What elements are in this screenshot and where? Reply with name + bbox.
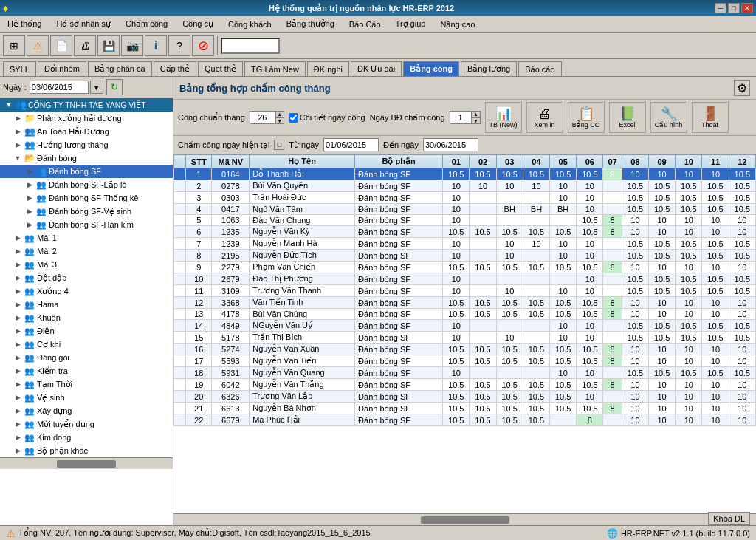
table-row[interactable]: 16 5274 Nguyễn Văn Xuân Đánh bóng SF 10.… bbox=[174, 344, 756, 355]
expand-dbsfvs[interactable]: ▶ bbox=[24, 208, 35, 215]
table-row[interactable]: 5 1063 Đào Văn Chung Đánh bóng SF 1010.5… bbox=[174, 215, 756, 226]
table-row[interactable]: 4 0417 Ngô Văn Tâm Đánh bóng SF 10BHBHBH… bbox=[174, 204, 756, 215]
tree-company[interactable]: ▼ 👥 CÔNG TY TNHH TAE YANG VIỆT bbox=[0, 98, 173, 112]
tree-item-dien[interactable]: ▶ 👥 Điện bbox=[0, 324, 173, 338]
toolbar-btn-help[interactable]: ? bbox=[168, 35, 190, 56]
date-dropdown-btn[interactable]: ▼ bbox=[90, 81, 103, 94]
menu-he-thong[interactable]: Hệ thống bbox=[0, 16, 49, 32]
thoat-button[interactable]: 🚪 Thoát bbox=[692, 102, 729, 133]
row-selector[interactable] bbox=[174, 204, 186, 215]
row-selector[interactable] bbox=[174, 262, 186, 273]
tab-bang-luong[interactable]: Bảng lương bbox=[461, 61, 517, 76]
tree-item-mai3[interactable]: ▶ 👥 Mài 3 bbox=[0, 258, 173, 271]
tree-item-kiemtra[interactable]: ▶ 👥 Kiểm tra bbox=[0, 364, 173, 377]
tree-item-xaydung[interactable]: ▶ 👥 Xây dựng bbox=[0, 404, 173, 417]
tree-item-hama[interactable]: ▶ 👥 Hama bbox=[0, 298, 173, 311]
table-row[interactable]: 18 5931 Nguyễn Văn Quang Đánh bóng SF 10… bbox=[174, 367, 756, 379]
ngay-bd-spin-up[interactable]: ▲ bbox=[472, 111, 481, 117]
table-row[interactable]: 13 4178 Bùi Văn Chúng Đánh bóng SF 10.51… bbox=[174, 309, 756, 320]
row-selector[interactable] bbox=[174, 238, 186, 250]
spin-up[interactable]: ▲ bbox=[275, 111, 284, 117]
cau-hinh-button[interactable]: 🔧 Cấu hình bbox=[650, 102, 687, 133]
tab-tg-lam-new[interactable]: TG Làm New bbox=[244, 61, 306, 76]
expand-moitd[interactable]: ▶ bbox=[12, 420, 24, 428]
table-row[interactable]: 20 6326 Trương Văn Lập Đánh bóng SF 10.5… bbox=[174, 391, 756, 403]
row-selector[interactable] bbox=[174, 332, 186, 344]
tab-bao-cao[interactable]: Báo cáo bbox=[518, 61, 561, 76]
menu-cong-khach[interactable]: Công khách bbox=[221, 16, 279, 32]
bang-cc-button[interactable]: 📋 Bảng CC bbox=[568, 102, 605, 133]
toolbar-btn-print[interactable]: 🖨 bbox=[74, 35, 96, 56]
row-selector[interactable] bbox=[174, 379, 186, 391]
tree-item-dbsfll[interactable]: ▶ 👥 Đánh bóng SF-Lắp lò bbox=[0, 178, 173, 191]
tab-syll[interactable]: SYLL bbox=[3, 61, 36, 76]
menu-bao-cao[interactable]: Báo Cáo bbox=[342, 16, 388, 32]
row-selector[interactable] bbox=[174, 344, 186, 355]
tree-item-khuon[interactable]: ▶ 👥 Khuôn bbox=[0, 311, 173, 324]
tu-ngay-input[interactable] bbox=[323, 138, 379, 151]
tree-item-mai2[interactable]: ▶ 👥 Mài 2 bbox=[0, 245, 173, 258]
menu-tro-giup[interactable]: Trợ giúp bbox=[388, 16, 433, 32]
table-scrollbar[interactable] bbox=[173, 513, 756, 525]
lock-dl-button[interactable]: Khóa DL bbox=[708, 512, 750, 525]
table-row[interactable]: 8 2195 Nguyễn Đức Tích Đánh bóng SF 1010… bbox=[174, 250, 756, 262]
expand-hama[interactable]: ▶ bbox=[12, 301, 24, 308]
tree-item-cokhi[interactable]: ▶ 👥 Cơ khí bbox=[0, 338, 173, 351]
chi-tiet-label[interactable]: Chi tiết ngày công bbox=[289, 113, 365, 123]
expand-mai1[interactable]: ▶ bbox=[12, 234, 24, 242]
row-selector[interactable] bbox=[174, 320, 186, 332]
menu-cham-cong[interactable]: Chấm công bbox=[118, 16, 175, 32]
row-selector[interactable] bbox=[174, 192, 186, 204]
menu-nang-cao[interactable]: Nâng cao bbox=[433, 16, 482, 32]
row-selector[interactable] bbox=[174, 309, 186, 320]
ngay-bd-spin-down[interactable]: ▼ bbox=[472, 117, 481, 124]
toolbar-btn-save[interactable]: 💾 bbox=[97, 35, 120, 56]
table-row[interactable]: 7 1239 Nguyễn Mạnh Hà Đánh bóng SF 10101… bbox=[174, 238, 756, 250]
toolbar-btn-stop[interactable]: ⊘ bbox=[192, 35, 214, 56]
tab-dk-uu-dai[interactable]: ĐK Ưu đãi bbox=[351, 61, 402, 76]
row-selector[interactable] bbox=[174, 367, 186, 379]
table-row[interactable]: 14 4849 NGuyễn Văn Uỷ Đánh bóng SF 10101… bbox=[174, 320, 756, 332]
sidebar-scrollbar[interactable] bbox=[0, 457, 173, 469]
xem-in-button[interactable]: 🖨 Xem in bbox=[526, 102, 563, 133]
toolbar-btn-warning[interactable]: ⚠ bbox=[27, 35, 49, 56]
row-selector[interactable] bbox=[174, 215, 186, 226]
table-row[interactable]: 12 3368 Văn Tiến Tinh Đánh bóng SF 10.51… bbox=[174, 297, 756, 309]
tab-bang-cong[interactable]: Bảng công bbox=[403, 61, 459, 76]
table-row[interactable]: 17 5593 Nguyễn Văn Tiến Đánh bóng SF 10.… bbox=[174, 355, 756, 367]
excel-button[interactable]: 📗 Excel bbox=[609, 102, 646, 133]
toolbar-btn-1[interactable]: ⊞ bbox=[3, 35, 25, 56]
tree-item-hlt[interactable]: ▶ 👥 Hướng lương tháng bbox=[0, 138, 173, 151]
expand-db[interactable]: ▼ bbox=[12, 154, 24, 162]
table-container[interactable]: STT Mã NV Họ Tên Bộ phận 01 02 03 04 05 … bbox=[173, 154, 756, 513]
tree-item-dbsfvs[interactable]: ▶ 👥 Đánh bóng SF-Vệ sinh bbox=[0, 205, 173, 218]
expand-bophankhac[interactable]: ▶ bbox=[12, 447, 24, 454]
toolbar-btn-info[interactable]: i bbox=[145, 35, 167, 56]
tree-item-moitd[interactable]: ▶ 👥 Mới tuyển dụng bbox=[0, 417, 173, 431]
tree-item-dotdap[interactable]: ▶ 👥 Đột dập bbox=[0, 271, 173, 284]
row-selector[interactable] bbox=[174, 250, 186, 262]
tree-item-kimdong[interactable]: ▶ 👥 Kim dong bbox=[0, 431, 173, 444]
menu-cong-cu[interactable]: Công cụ bbox=[175, 16, 221, 32]
expand-athd[interactable]: ▶ bbox=[12, 128, 24, 135]
expand-kiemtra[interactable]: ▶ bbox=[12, 367, 24, 375]
expand-dbsf[interactable]: ▶ bbox=[24, 168, 35, 175]
tree-item-mai1[interactable]: ▶ 👥 Mài 1 bbox=[0, 231, 173, 245]
tree-item-dbsftk[interactable]: ▶ 👥 Đánh bóng SF-Thống kê bbox=[0, 191, 173, 205]
den-ngay-input[interactable] bbox=[423, 138, 478, 151]
close-button[interactable]: ✕ bbox=[741, 3, 753, 13]
tab-cap-the[interactable]: Cấp thẻ bbox=[154, 61, 196, 76]
date-input[interactable] bbox=[30, 81, 89, 94]
expand-mai3[interactable]: ▶ bbox=[12, 261, 24, 268]
table-row[interactable]: 21 6613 Nguyễn Bá Nhơn Đánh bóng SF 10.5… bbox=[174, 403, 756, 414]
cong-chuan-input[interactable] bbox=[250, 111, 275, 124]
tb-new-button[interactable]: 📊 TB (New) bbox=[485, 102, 522, 133]
row-selector[interactable] bbox=[174, 180, 186, 192]
expand-hlt[interactable]: ▶ bbox=[12, 141, 24, 148]
tree-item-dbsf[interactable]: ▶ 👥 Đánh bóng SF bbox=[0, 165, 173, 178]
row-selector[interactable] bbox=[174, 355, 186, 367]
maximize-button[interactable]: □ bbox=[728, 3, 740, 13]
tab-dk-nghi[interactable]: ĐK nghi bbox=[307, 61, 349, 76]
table-row[interactable]: 2 0278 Bùi Văn Quyền Đánh bóng SF 101010… bbox=[174, 180, 756, 192]
expand-pxhd[interactable]: ▶ bbox=[12, 115, 24, 122]
